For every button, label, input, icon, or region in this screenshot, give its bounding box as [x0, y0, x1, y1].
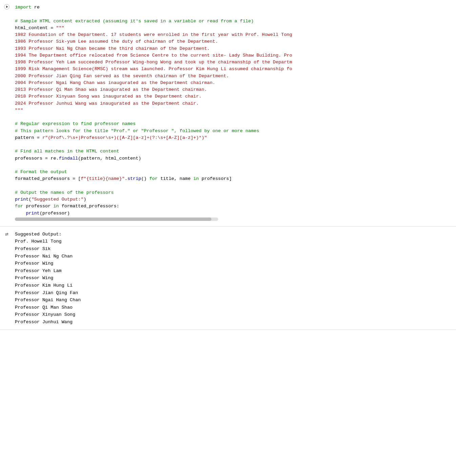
in-keyword: in — [53, 204, 59, 209]
professors-var: professors — [15, 156, 42, 161]
comment-findall: # Find all matches in the HTML content — [15, 149, 119, 154]
print-func-1: print — [15, 197, 29, 202]
run-button[interactable] — [3, 3, 10, 10]
for-keyword: for — [15, 204, 23, 209]
code-block: import re # Sample HTML content extracte… — [15, 4, 453, 217]
suggested-output-str: "Suggested Output:" — [32, 197, 84, 202]
for-keyword-inline: for — [149, 176, 158, 181]
comment-output: # Output the names of the professors — [15, 190, 114, 195]
formatted-var: formatted_professors — [15, 176, 70, 181]
html-line-2000: 2000 Professor Jian Qing Fan served as t… — [15, 74, 229, 79]
html-line-1999: 1999 Risk Management Science(RMSC) strea… — [15, 66, 292, 71]
pattern-var: pattern — [15, 135, 34, 140]
html-line-2013: 2013 Professor Qi Man Shao was inaugurat… — [15, 87, 207, 92]
scrollbar-thumb[interactable] — [15, 218, 211, 221]
html-line-2018: 2018 Professor Xinyuan Song was inaugura… — [15, 94, 202, 99]
import-keyword: import — [15, 5, 32, 10]
comment-format: # Format the output — [15, 169, 67, 174]
in-keyword-inline: in — [193, 176, 199, 181]
comment-regex: # Regular expression to find professor n… — [15, 121, 136, 126]
notebook-container: import re # Sample HTML content extracte… — [0, 0, 456, 476]
triple-quote-close: """ — [15, 108, 23, 113]
fstring: f"{title}{name}" — [81, 176, 125, 181]
code-content: import re # Sample HTML content extracte… — [14, 3, 456, 224]
output-indicator: ⇄ — [0, 229, 14, 237]
output-text: Suggested Output: Prof. Howell Tong Prof… — [15, 231, 453, 326]
findall-func: findall — [59, 156, 78, 161]
regex-pattern: r"(Prof\.?\s+|Professor\s+)([A-Z][a-z]+(… — [42, 135, 207, 140]
triple-quote-open: """ — [56, 25, 64, 30]
comment-1: # Sample HTML content extracted (assumin… — [15, 19, 254, 24]
html-line-1998: 1998 Professor Yeh Lam succeeded Profess… — [15, 60, 292, 65]
print-func-2: print — [26, 211, 40, 216]
strip-func: strip — [127, 176, 141, 181]
html-line-1986: 1986 Professor Sik-yum Lee assumed the d… — [15, 39, 218, 44]
run-button-area[interactable] — [0, 3, 14, 10]
html-line-1994: 1994 The Department office relocated fro… — [15, 53, 292, 58]
code-cell: import re # Sample HTML content extracte… — [0, 0, 456, 227]
comment-pattern-desc: # This pattern looks for the title "Prof… — [15, 128, 259, 133]
output-cell: ⇄ Suggested Output: Prof. Howell Tong Pr… — [0, 227, 456, 330]
output-content: Suggested Output: Prof. Howell Tong Prof… — [14, 229, 456, 327]
play-icon — [4, 4, 9, 9]
html-line-1982: 1982 Foundation of the Department. 17 st… — [15, 32, 292, 37]
html-line-2024: 2024 Professor Junhui Wang was inaugurat… — [15, 101, 199, 106]
horizontal-scrollbar[interactable] — [15, 218, 218, 221]
html-line-2004: 2004 Professor Ngai Hang Chan was inaugu… — [15, 80, 215, 85]
html-line-1993: 1993 Professor Nai Ng Chan became the th… — [15, 46, 210, 51]
